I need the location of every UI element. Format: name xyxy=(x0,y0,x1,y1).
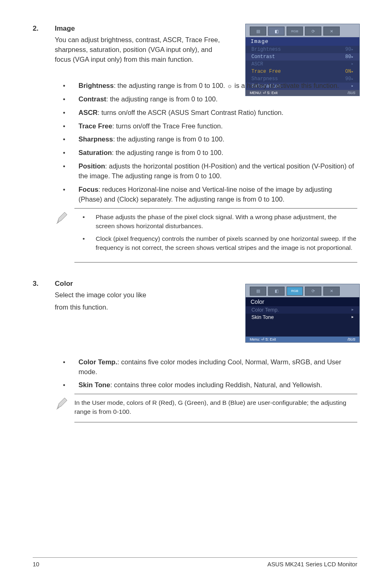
osd-color-panel: ▤ ◧ RGB ⟳ ✕ Color Color Temp.▸Skin Tone▸… xyxy=(245,284,360,343)
osd-row: Color Temp.▸ xyxy=(246,306,359,314)
osd-tab-rgb-icon: RGB xyxy=(287,287,303,296)
osd-tab-image-icon: ◧ xyxy=(268,287,285,296)
bullet-item: Focus: reduces Horizonal-line noise and … xyxy=(55,185,357,204)
osd-tab-rgb-icon: RGB xyxy=(287,27,303,36)
section-desc-image: You can adjust brightness, contrast, ASC… xyxy=(55,35,226,65)
bullet-item: Sharpness: the adjusting range is from 0… xyxy=(55,135,357,144)
bullet-item: Contrast: the adjusting range is from 0 … xyxy=(55,94,357,104)
section-title-color: Color xyxy=(55,280,73,288)
osd-tab-icon: ▤ xyxy=(250,27,266,36)
bullet-item: Color Temp.: contains five color modes i… xyxy=(55,357,357,377)
bullet-item: Saturation: the adjusting range is from … xyxy=(55,148,357,158)
osd-row: Brightness90▸ xyxy=(246,46,359,53)
osd-tab-image-icon: ◧ xyxy=(268,27,285,36)
osd-tab-icon: ▤ xyxy=(250,287,266,296)
bullet-item: Brightness: the adjusting range is from … xyxy=(55,81,357,91)
osd-row: ASCR▸ xyxy=(246,61,359,68)
osd-tab-input-icon: ⟳ xyxy=(305,27,321,36)
osd-title: Color xyxy=(246,297,359,306)
brightness-hotkey-icon: ☼ xyxy=(227,82,233,89)
osd-tab-input-icon: ⟳ xyxy=(305,287,321,296)
osd-brand: /SUS xyxy=(347,337,355,341)
note-item: Phase adjusts the phase of the pixel clo… xyxy=(74,213,357,230)
bullet-item: Trace Free: turns on/off the Trace Free … xyxy=(55,121,357,131)
osd-tab-exit-icon: ✕ xyxy=(323,287,340,296)
section-title-image: Image xyxy=(55,25,75,33)
section-number: 3. xyxy=(33,280,55,288)
section-number: 2. xyxy=(33,25,55,33)
footer-label: ASUS MK241 Series LCD Monitor xyxy=(267,561,357,568)
section-desc-color-l2: from this function. xyxy=(55,303,108,312)
note-item: Clock (pixel frequency) controls the num… xyxy=(74,234,357,252)
pencil-icon xyxy=(55,394,74,413)
osd-row: Contrast80▸ xyxy=(246,53,359,61)
osd-footer-hint: Menu: ⏎ S: Exit xyxy=(250,337,276,341)
bullet-item: Skin Tone: contains three color modes in… xyxy=(55,380,357,390)
section-desc-color-l1: Select the image color you like xyxy=(55,291,146,298)
osd-row: Trace FreeON▸ xyxy=(246,68,359,75)
osd-title: Image xyxy=(246,37,359,46)
bullet-item: Position: adjusts the horizontal postiti… xyxy=(55,162,357,181)
osd-row: Skin Tone▸ xyxy=(246,314,359,321)
note-user-mode: In the User mode, colors of R (Red), G (… xyxy=(74,394,357,422)
page-number: 10 xyxy=(33,561,39,568)
bullet-item: ASCR: turns on/off the ASCR (ASUS Smart … xyxy=(55,108,357,118)
osd-tab-exit-icon: ✕ xyxy=(323,27,340,36)
pencil-icon xyxy=(55,208,74,227)
